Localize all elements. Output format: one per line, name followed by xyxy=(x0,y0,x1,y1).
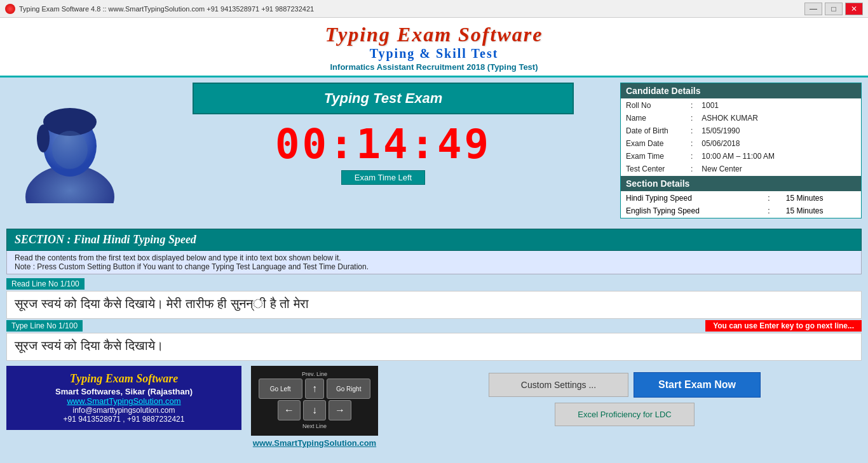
avatar xyxy=(19,89,121,203)
left-arrow-icon: ← xyxy=(284,405,294,416)
label-testcenter: Test Center xyxy=(622,163,686,175)
label-english-speed: English Typing Speed xyxy=(622,205,763,217)
app-title-sub: Typing & Skill Test xyxy=(0,46,868,61)
app-header: Typing Exam Software Typing & Skill Test… xyxy=(0,18,868,77)
label-dob: Date of Birth xyxy=(622,125,686,137)
go-left-label: Go Left xyxy=(270,386,291,393)
app-subtitle-info: Informatics Assistant Recruitment 2018 (… xyxy=(0,62,868,72)
value-hindi-speed: 15 Minutes xyxy=(782,192,860,204)
left-arrow-key[interactable]: ← xyxy=(278,400,301,420)
company-phone: +91 9413528971 , +91 9887232421 xyxy=(13,415,235,424)
timer-display: 00:14:49 xyxy=(275,121,491,168)
label-name: Name xyxy=(622,112,686,124)
candidate-row-testcenter: Test Center : New Center xyxy=(622,163,860,175)
bottom-row: Typing Exam Software Smart Softwares, Si… xyxy=(6,366,862,448)
right-buttons: Custom Settings ... Start Exam Now Excel… xyxy=(388,366,862,426)
title-bar-text: Typing Exam Software 4.8 :: www.SmartTyp… xyxy=(19,5,804,13)
exam-time-label: Exam Time Left xyxy=(341,170,425,185)
section-instructions: Read the contents from the first text bo… xyxy=(6,251,862,274)
read-line-box: सूरज स्वयं को दिया कैसे दिखाये। मेरी तार… xyxy=(6,291,862,319)
go-left-key: Go Left xyxy=(259,379,302,399)
go-right-label: Go Right xyxy=(336,386,361,393)
section-details-header: Section Details xyxy=(621,176,861,191)
up-arrow-key[interactable]: ↑ xyxy=(305,379,325,399)
left-column xyxy=(6,83,146,218)
label-hindi-speed: Hindi Typing Speed xyxy=(622,192,763,204)
title-bar: Typing Exam Software 4.8 :: www.SmartTyp… xyxy=(0,0,868,18)
candidate-row-examdate: Exam Date : 05/06/2018 xyxy=(622,138,860,149)
value-english-speed: 15 Minutes xyxy=(782,205,860,217)
keyboard-diagram: Prev. Line Go Left ↑ Go Right ← xyxy=(251,366,378,436)
instruction-line2: Note : Press Custom Setting Button if Yo… xyxy=(15,262,853,271)
app-icon xyxy=(5,4,15,14)
section-area: SECTION : Final Hindi Typing Speed Read … xyxy=(6,229,862,274)
candidate-row-examtime: Exam Time : 10:00 AM – 11:00 AM xyxy=(622,151,860,162)
main-content: Typing Test Exam 00:14:49 Exam Time Left… xyxy=(0,77,868,224)
candidate-row-name: Name : ASHOK KUMAR xyxy=(622,112,860,124)
label-examdate: Exam Date xyxy=(622,138,686,149)
app-title-main: Typing Exam Software xyxy=(0,23,868,46)
section-table: Hindi Typing Speed : 15 Minutes English … xyxy=(621,191,861,218)
maximize-button[interactable]: □ xyxy=(825,3,843,15)
go-right-key: Go Right xyxy=(327,379,370,399)
minimize-button[interactable]: — xyxy=(804,3,822,15)
next-line-label: Next Line xyxy=(302,423,327,429)
custom-settings-button[interactable]: Custom Settings ... xyxy=(489,373,628,397)
down-arrow-key[interactable]: ↓ xyxy=(303,400,326,420)
enter-hint-text: You can use Enter key to go next line... xyxy=(705,320,862,332)
typed-text: सूरज स्वयं को दिया कैसे दिखाये। xyxy=(15,339,163,352)
right-column: Candidate Details Roll No : 1001 Name : … xyxy=(620,83,862,218)
value-examdate: 05/06/2018 xyxy=(698,138,860,149)
value-name: ASHOK KUMAR xyxy=(698,112,860,124)
section-row-english: English Typing Speed : 15 Minutes xyxy=(622,205,860,217)
type-line-row: Type Line No 1/100 You can use Enter key… xyxy=(6,320,862,332)
excel-proficiency-button[interactable]: Excel Proficiency for LDC xyxy=(555,403,695,426)
close-button[interactable]: ✕ xyxy=(845,3,863,15)
company-name: Typing Exam Software xyxy=(13,372,235,386)
start-exam-button[interactable]: Start Exam Now xyxy=(634,372,761,398)
up-arrow-icon: ↑ xyxy=(312,383,317,394)
keyboard-diagram-box: Prev. Line Go Left ↑ Go Right ← xyxy=(248,366,381,448)
title-bar-controls: — □ ✕ xyxy=(804,3,863,15)
type-line-label-text: Type Line No 1/100 xyxy=(6,320,83,332)
center-column: Typing Test Exam 00:14:49 Exam Time Left xyxy=(153,83,614,218)
company-email: info@smarttypingsolution.com xyxy=(13,406,235,415)
candidate-header: Candidate Details xyxy=(621,83,861,98)
candidate-details-box: Candidate Details Roll No : 1001 Name : … xyxy=(620,83,862,218)
instruction-line1: Read the contents from the first text bo… xyxy=(15,253,853,262)
right-arrow-key[interactable]: → xyxy=(329,400,351,420)
candidate-row-dob: Date of Birth : 15/05/1990 xyxy=(622,125,860,137)
svg-point-5 xyxy=(52,131,88,169)
right-arrow-icon: → xyxy=(335,405,345,416)
down-arrow-icon: ↓ xyxy=(312,405,317,416)
svg-point-4 xyxy=(37,124,50,152)
read-line-label-text: Read Line No 1/100 xyxy=(6,278,85,290)
candidate-row-rollno: Roll No : 1001 xyxy=(622,100,860,111)
company-website[interactable]: www.SmartTypingSolution.com xyxy=(13,396,235,406)
section-row-hindi: Hindi Typing Speed : 15 Minutes xyxy=(622,192,860,204)
value-rollno: 1001 xyxy=(698,100,860,111)
typing-test-banner-text: Typing Test Exam xyxy=(324,90,443,106)
company-box: Typing Exam Software Smart Softwares, Si… xyxy=(6,366,241,430)
candidate-table: Roll No : 1001 Name : ASHOK KUMAR Date o… xyxy=(621,98,861,176)
section-title-text: SECTION : Final Hindi Typing Speed xyxy=(15,233,196,246)
bottom-website[interactable]: www.SmartTypingSolution.com xyxy=(253,438,376,448)
company-address: Smart Softwares, Sikar (Rajasthan) xyxy=(13,387,235,396)
read-line-label: Read Line No 1/100 xyxy=(0,274,868,290)
avatar-box xyxy=(6,83,133,210)
label-examtime: Exam Time xyxy=(622,151,686,162)
value-dob: 15/05/1990 xyxy=(698,125,860,137)
label-rollno: Roll No xyxy=(622,100,686,111)
value-testcenter: New Center xyxy=(698,163,860,175)
value-examtime: 10:00 AM – 11:00 AM xyxy=(698,151,860,162)
typing-test-banner: Typing Test Exam xyxy=(193,83,574,114)
section-title-bar: SECTION : Final Hindi Typing Speed xyxy=(6,229,862,251)
prev-line-label: Prev. Line xyxy=(302,371,327,377)
type-line-box[interactable]: सूरज स्वयं को दिया कैसे दिखाये। xyxy=(6,333,862,361)
